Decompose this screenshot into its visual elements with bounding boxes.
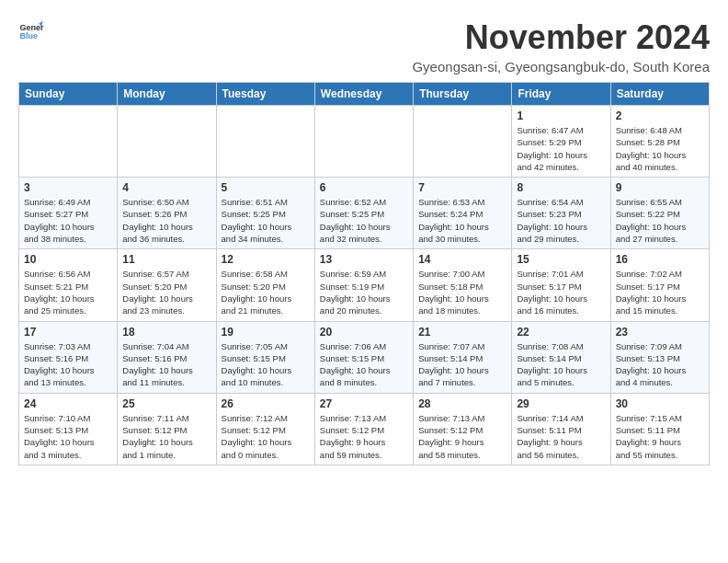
calendar-cell: 30Sunrise: 7:15 AM Sunset: 5:11 PM Dayli…	[610, 393, 709, 465]
calendar-cell: 24Sunrise: 7:10 AM Sunset: 5:13 PM Dayli…	[19, 393, 118, 465]
day-number: 30	[616, 397, 704, 410]
calendar-cell: 11Sunrise: 6:57 AM Sunset: 5:20 PM Dayli…	[118, 249, 216, 321]
calendar-cell: 20Sunrise: 7:06 AM Sunset: 5:15 PM Dayli…	[314, 321, 413, 393]
day-number: 4	[122, 181, 210, 194]
day-info: Sunrise: 7:13 AM Sunset: 5:12 PM Dayligh…	[418, 412, 506, 461]
day-info: Sunrise: 6:59 AM Sunset: 5:19 PM Dayligh…	[320, 268, 408, 316]
calendar-week-row: 3Sunrise: 6:49 AM Sunset: 5:27 PM Daylig…	[19, 178, 710, 249]
day-info: Sunrise: 7:00 AM Sunset: 5:18 PM Dayligh…	[418, 268, 506, 316]
day-number: 2	[616, 109, 704, 122]
calendar-cell	[216, 106, 314, 178]
calendar-header-tuesday: Tuesday	[216, 83, 314, 106]
day-info: Sunrise: 7:08 AM Sunset: 5:14 PM Dayligh…	[517, 340, 605, 389]
day-number: 19	[222, 326, 310, 339]
day-info: Sunrise: 7:03 AM Sunset: 5:16 PM Dayligh…	[24, 340, 112, 389]
calendar-cell: 21Sunrise: 7:07 AM Sunset: 5:14 PM Dayli…	[414, 321, 512, 393]
day-number: 22	[517, 326, 605, 339]
logo: General Blue	[18, 18, 44, 44]
day-number: 13	[320, 253, 408, 266]
day-info: Sunrise: 6:58 AM Sunset: 5:20 PM Dayligh…	[222, 268, 310, 316]
calendar-cell: 5Sunrise: 6:51 AM Sunset: 5:25 PM Daylig…	[216, 178, 314, 249]
day-info: Sunrise: 7:11 AM Sunset: 5:12 PM Dayligh…	[122, 412, 210, 461]
calendar-cell: 25Sunrise: 7:11 AM Sunset: 5:12 PM Dayli…	[118, 393, 216, 465]
calendar-cell	[118, 106, 216, 178]
calendar-week-row: 24Sunrise: 7:10 AM Sunset: 5:13 PM Dayli…	[19, 393, 710, 465]
calendar-header-saturday: Saturday	[610, 83, 709, 106]
calendar-header-monday: Monday	[118, 83, 216, 106]
day-number: 18	[122, 326, 210, 339]
calendar-week-row: 17Sunrise: 7:03 AM Sunset: 5:16 PM Dayli…	[19, 321, 710, 393]
month-title: November 2024	[412, 18, 710, 57]
day-info: Sunrise: 7:10 AM Sunset: 5:13 PM Dayligh…	[24, 412, 112, 461]
calendar-cell: 23Sunrise: 7:09 AM Sunset: 5:13 PM Dayli…	[610, 321, 709, 393]
day-info: Sunrise: 7:04 AM Sunset: 5:16 PM Dayligh…	[122, 340, 210, 389]
day-info: Sunrise: 7:05 AM Sunset: 5:15 PM Dayligh…	[222, 340, 310, 389]
svg-text:Blue: Blue	[19, 31, 38, 40]
day-info: Sunrise: 6:51 AM Sunset: 5:25 PM Dayligh…	[222, 196, 310, 245]
day-info: Sunrise: 7:07 AM Sunset: 5:14 PM Dayligh…	[418, 340, 506, 389]
day-info: Sunrise: 7:01 AM Sunset: 5:17 PM Dayligh…	[517, 268, 605, 316]
day-number: 15	[517, 253, 605, 266]
day-number: 25	[122, 397, 210, 410]
day-info: Sunrise: 7:15 AM Sunset: 5:11 PM Dayligh…	[616, 412, 704, 461]
calendar-cell: 8Sunrise: 6:54 AM Sunset: 5:23 PM Daylig…	[512, 178, 610, 249]
day-info: Sunrise: 7:14 AM Sunset: 5:11 PM Dayligh…	[517, 412, 605, 461]
calendar-cell: 22Sunrise: 7:08 AM Sunset: 5:14 PM Dayli…	[512, 321, 610, 393]
calendar-cell: 2Sunrise: 6:48 AM Sunset: 5:28 PM Daylig…	[610, 106, 709, 178]
day-number: 28	[418, 397, 506, 410]
day-number: 27	[320, 397, 408, 410]
calendar-cell: 17Sunrise: 7:03 AM Sunset: 5:16 PM Dayli…	[19, 321, 118, 393]
day-info: Sunrise: 7:13 AM Sunset: 5:12 PM Dayligh…	[320, 412, 408, 461]
day-number: 20	[320, 326, 408, 339]
calendar-cell: 27Sunrise: 7:13 AM Sunset: 5:12 PM Dayli…	[314, 393, 413, 465]
day-info: Sunrise: 7:02 AM Sunset: 5:17 PM Dayligh…	[616, 268, 704, 316]
day-info: Sunrise: 6:54 AM Sunset: 5:23 PM Dayligh…	[517, 196, 605, 245]
calendar-header-friday: Friday	[512, 83, 610, 106]
day-number: 16	[616, 253, 704, 266]
day-number: 1	[517, 109, 605, 122]
day-number: 10	[24, 253, 112, 266]
location-subtitle: Gyeongsan-si, Gyeongsangbuk-do, South Ko…	[412, 59, 710, 75]
day-number: 11	[122, 253, 210, 266]
calendar-header-sunday: Sunday	[19, 83, 118, 106]
day-info: Sunrise: 6:49 AM Sunset: 5:27 PM Dayligh…	[24, 196, 112, 245]
calendar-cell: 12Sunrise: 6:58 AM Sunset: 5:20 PM Dayli…	[216, 249, 314, 321]
calendar-week-row: 10Sunrise: 6:56 AM Sunset: 5:21 PM Dayli…	[19, 249, 710, 321]
day-number: 29	[517, 397, 605, 410]
calendar-week-row: 1Sunrise: 6:47 AM Sunset: 5:29 PM Daylig…	[19, 106, 710, 178]
day-number: 9	[616, 181, 704, 194]
calendar-cell: 3Sunrise: 6:49 AM Sunset: 5:27 PM Daylig…	[19, 178, 118, 249]
day-info: Sunrise: 6:56 AM Sunset: 5:21 PM Dayligh…	[24, 268, 112, 316]
calendar-cell: 29Sunrise: 7:14 AM Sunset: 5:11 PM Dayli…	[512, 393, 610, 465]
calendar-cell: 4Sunrise: 6:50 AM Sunset: 5:26 PM Daylig…	[118, 178, 216, 249]
day-number: 14	[418, 253, 506, 266]
calendar-cell: 19Sunrise: 7:05 AM Sunset: 5:15 PM Dayli…	[216, 321, 314, 393]
calendar-table: SundayMondayTuesdayWednesdayThursdayFrid…	[18, 82, 710, 465]
calendar-cell: 13Sunrise: 6:59 AM Sunset: 5:19 PM Dayli…	[314, 249, 413, 321]
calendar-cell: 18Sunrise: 7:04 AM Sunset: 5:16 PM Dayli…	[118, 321, 216, 393]
logo-icon: General Blue	[18, 18, 44, 44]
day-number: 3	[24, 181, 112, 194]
day-number: 26	[222, 397, 310, 410]
calendar-cell: 7Sunrise: 6:53 AM Sunset: 5:24 PM Daylig…	[414, 178, 512, 249]
day-info: Sunrise: 6:50 AM Sunset: 5:26 PM Dayligh…	[122, 196, 210, 245]
day-info: Sunrise: 6:52 AM Sunset: 5:25 PM Dayligh…	[320, 196, 408, 245]
day-number: 21	[418, 326, 506, 339]
calendar-cell: 15Sunrise: 7:01 AM Sunset: 5:17 PM Dayli…	[512, 249, 610, 321]
day-info: Sunrise: 6:55 AM Sunset: 5:22 PM Dayligh…	[616, 196, 704, 245]
day-info: Sunrise: 6:47 AM Sunset: 5:29 PM Dayligh…	[517, 124, 605, 173]
calendar-cell: 28Sunrise: 7:13 AM Sunset: 5:12 PM Dayli…	[414, 393, 512, 465]
calendar-cell	[414, 106, 512, 178]
day-number: 12	[222, 253, 310, 266]
day-number: 7	[418, 181, 506, 194]
calendar-cell	[19, 106, 118, 178]
day-info: Sunrise: 6:57 AM Sunset: 5:20 PM Dayligh…	[122, 268, 210, 316]
day-number: 24	[24, 397, 112, 410]
day-number: 17	[24, 326, 112, 339]
day-info: Sunrise: 7:06 AM Sunset: 5:15 PM Dayligh…	[320, 340, 408, 389]
calendar-cell: 6Sunrise: 6:52 AM Sunset: 5:25 PM Daylig…	[314, 178, 413, 249]
day-number: 5	[222, 181, 310, 194]
calendar-cell: 16Sunrise: 7:02 AM Sunset: 5:17 PM Dayli…	[610, 249, 709, 321]
day-info: Sunrise: 6:53 AM Sunset: 5:24 PM Dayligh…	[418, 196, 506, 245]
title-section: November 2024 Gyeongsan-si, Gyeongsangbu…	[412, 18, 710, 75]
